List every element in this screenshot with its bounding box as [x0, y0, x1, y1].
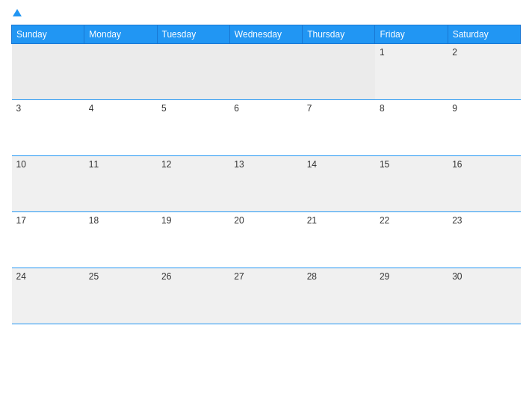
day-number: 5 [161, 103, 167, 114]
week-row-5: 24252627282930 [12, 268, 521, 324]
week-row-2: 3456789 [12, 100, 521, 156]
day-number: 11 [89, 159, 99, 170]
calendar-cell [84, 44, 157, 100]
day-number: 1 [380, 47, 385, 58]
day-number: 2 [452, 47, 457, 58]
calendar-cell: 9 [448, 100, 520, 156]
weekday-header-sunday: Sunday [12, 25, 84, 44]
calendar-cell: 5 [157, 100, 229, 156]
calendar-cell [303, 44, 375, 100]
calendar-header [11, 7, 521, 19]
day-number: 16 [452, 159, 462, 170]
calendar-table: SundayMondayTuesdayWednesdayThursdayFrid… [11, 25, 521, 324]
weekday-header-friday: Friday [375, 25, 448, 44]
calendar-cell: 27 [229, 268, 302, 324]
calendar-cell: 6 [229, 100, 302, 156]
day-number: 19 [161, 215, 171, 226]
calendar-cell: 1 [375, 44, 448, 100]
day-number: 13 [234, 159, 244, 170]
day-number: 22 [380, 215, 389, 226]
calendar-cell: 30 [448, 268, 520, 324]
calendar-cell: 19 [157, 212, 229, 268]
calendar-cell: 8 [375, 100, 448, 156]
calendar-cell: 2 [448, 44, 520, 100]
logo-blue-text [11, 7, 22, 19]
day-number: 10 [16, 159, 26, 170]
calendar-cell: 29 [375, 268, 448, 324]
calendar-cell: 11 [84, 156, 157, 212]
calendar-cell: 13 [229, 156, 302, 212]
calendar-cell: 4 [84, 100, 157, 156]
calendar-cell: 22 [375, 212, 448, 268]
week-row-1: 12 [12, 44, 521, 100]
day-number: 15 [380, 159, 389, 170]
calendar-cell: 7 [303, 100, 375, 156]
calendar-cell: 18 [84, 212, 157, 268]
day-number: 30 [452, 271, 462, 282]
day-number: 21 [307, 215, 317, 226]
calendar-cell: 20 [229, 212, 302, 268]
weekday-header-thursday: Thursday [303, 25, 375, 44]
weekday-header-tuesday: Tuesday [157, 25, 229, 44]
weekday-header-monday: Monday [84, 25, 157, 44]
day-number: 8 [380, 103, 385, 114]
day-number: 3 [16, 103, 22, 114]
calendar-cell: 16 [448, 156, 520, 212]
day-number: 12 [161, 159, 171, 170]
day-number: 9 [452, 103, 457, 114]
logo [11, 7, 22, 19]
calendar-cell: 21 [303, 212, 375, 268]
day-number: 27 [234, 271, 244, 282]
calendar-cell: 28 [303, 268, 375, 324]
weekday-header-row: SundayMondayTuesdayWednesdayThursdayFrid… [12, 25, 521, 44]
calendar-cell: 17 [12, 212, 84, 268]
day-number: 24 [16, 271, 26, 282]
day-number: 7 [307, 103, 312, 114]
calendar-cell [229, 44, 302, 100]
day-number: 20 [234, 215, 244, 226]
day-number: 6 [234, 103, 239, 114]
calendar-cell [157, 44, 229, 100]
calendar-cell: 25 [84, 268, 157, 324]
calendar-cell: 10 [12, 156, 84, 212]
day-number: 18 [89, 215, 99, 226]
day-number: 26 [161, 271, 171, 282]
day-number: 28 [307, 271, 317, 282]
logo-triangle-icon [13, 9, 22, 16]
calendar-cell: 3 [12, 100, 84, 156]
calendar-cell: 15 [375, 156, 448, 212]
weekday-header-wednesday: Wednesday [229, 25, 302, 44]
weekday-header-saturday: Saturday [448, 25, 520, 44]
day-number: 23 [452, 215, 462, 226]
day-number: 29 [380, 271, 389, 282]
calendar-cell: 14 [303, 156, 375, 212]
week-row-3: 10111213141516 [12, 156, 521, 212]
week-row-4: 17181920212223 [12, 212, 521, 268]
calendar-container: SundayMondayTuesdayWednesdayThursdayFrid… [0, 0, 532, 411]
day-number: 25 [89, 271, 99, 282]
day-number: 4 [89, 103, 94, 114]
calendar-cell: 26 [157, 268, 229, 324]
day-number: 17 [16, 215, 26, 226]
calendar-cell: 23 [448, 212, 520, 268]
calendar-cell: 24 [12, 268, 84, 324]
calendar-cell [12, 44, 84, 100]
day-number: 14 [307, 159, 317, 170]
calendar-cell: 12 [157, 156, 229, 212]
